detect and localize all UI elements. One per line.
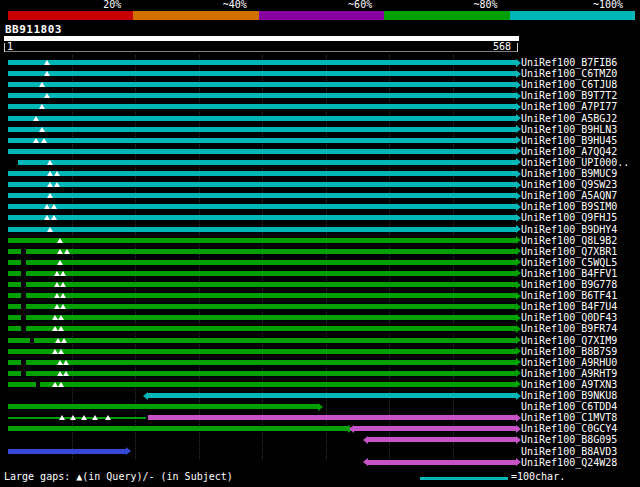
hit-label[interactable]: UniRef100_B9DHY4 (521, 224, 617, 235)
gap-marker-icon (57, 360, 63, 365)
alignment-bar[interactable] (8, 71, 516, 76)
alignment-bar[interactable] (368, 460, 516, 465)
alignment-bar[interactable] (8, 382, 36, 387)
hit-label[interactable]: UniRef100_Q0DF43 (521, 312, 617, 323)
alignment-bar[interactable] (8, 271, 21, 276)
alignment-bar[interactable] (26, 260, 516, 265)
alignment-bar[interactable] (26, 271, 516, 276)
alignment-row: UniRef100_Q0DF43 (0, 312, 640, 323)
alignment-bar[interactable] (26, 249, 516, 254)
hit-label[interactable]: UniRef100_B9HLN3 (521, 124, 617, 135)
hit-label[interactable]: UniRef100_B4F7U4 (521, 301, 617, 312)
hit-label[interactable]: UniRef100_A7QQ42 (521, 146, 617, 157)
alignment-bar[interactable] (18, 160, 516, 165)
alignment-bar[interactable] (8, 227, 516, 232)
alignment-bar[interactable] (8, 360, 21, 365)
alignment-bar[interactable] (40, 382, 516, 387)
hit-label[interactable]: UniRef100_A9RHT9 (521, 368, 617, 379)
alignment-bar[interactable] (8, 93, 516, 98)
hit-label[interactable]: UniRef100_C6TJU8 (521, 79, 617, 90)
alignment-bar[interactable] (8, 326, 21, 331)
hit-label[interactable]: UniRef100_A9TXN3 (521, 379, 617, 390)
gap-marker-icon (44, 204, 50, 209)
alignment-bar[interactable] (26, 304, 516, 309)
hit-label[interactable]: UniRef100_A9RHU0 (521, 357, 617, 368)
alignment-bar[interactable] (8, 293, 21, 298)
alignment-bar[interactable] (8, 449, 126, 454)
alignment-bar[interactable] (8, 238, 516, 243)
alignment-bar[interactable] (26, 326, 516, 331)
hit-label[interactable]: UniRef100_Q24W28 (521, 457, 617, 468)
alignment-bar[interactable] (26, 315, 516, 320)
hit-label[interactable]: UniRef100_B9MUC9 (521, 168, 617, 179)
alignment-row: UniRef100_C6TMZ0 (0, 68, 640, 79)
hit-label[interactable]: UniRef100_C5WQL5 (521, 257, 617, 268)
alignment-bar[interactable] (8, 215, 516, 220)
alignment-row: UniRef100_B8AVD3 (0, 446, 640, 457)
hit-label[interactable]: UniRef100_B8B7S9 (521, 346, 617, 357)
alignment-bar[interactable] (8, 282, 21, 287)
gap-marker-icon (70, 415, 76, 420)
hit-label[interactable]: UniRef100_B9NKU8 (521, 390, 617, 401)
alignment-bar[interactable] (148, 415, 516, 420)
hit-label[interactable]: UniRef100_Q7XIM9 (521, 335, 617, 346)
alignment-bar[interactable] (8, 60, 516, 65)
hit-label[interactable]: UniRef100_B9G778 (521, 279, 617, 290)
hit-label[interactable]: UniRef100_Q8L9B2 (521, 235, 617, 246)
alignment-bar[interactable] (8, 104, 516, 109)
hit-label[interactable]: UniRef100_B9T7T2 (521, 90, 617, 101)
alignment-bar[interactable] (8, 338, 30, 343)
alignment-bar[interactable] (354, 426, 516, 431)
gap-marker-icon (55, 338, 61, 343)
alignment-bar[interactable] (8, 260, 21, 265)
hit-label[interactable]: UniRef100_B8AVD3 (521, 446, 617, 457)
alignment-bar[interactable] (8, 204, 516, 209)
hit-label[interactable]: UniRef100_B7FIB6 (521, 57, 617, 68)
alignment-bar[interactable] (8, 182, 516, 187)
alignment-bar[interactable] (26, 293, 516, 298)
alignment-bar[interactable] (8, 349, 516, 354)
hit-label[interactable]: UniRef100_A7PI77 (521, 101, 617, 112)
alignment-bar[interactable] (8, 404, 318, 409)
alignment-bar[interactable] (8, 304, 21, 309)
hit-label[interactable]: UniRef100_B9SIM0 (521, 201, 617, 212)
alignment-bar[interactable] (8, 127, 516, 132)
hit-label[interactable]: UniRef100_C6TMZ0 (521, 68, 617, 79)
gap-marker-icon (60, 282, 66, 287)
hit-label[interactable]: UniRef100_B9HU45 (521, 135, 617, 146)
alignment-bar[interactable] (8, 315, 21, 320)
hit-label[interactable]: UniRef100_A5AQN7 (521, 190, 617, 201)
alignment-bar[interactable] (148, 393, 516, 398)
alignment-bar[interactable] (8, 193, 516, 198)
hit-label[interactable]: UniRef100_Q9SW23 (521, 179, 617, 190)
gap-marker-icon (58, 349, 64, 354)
hit-label[interactable]: UniRef100_B4FFV1 (521, 268, 617, 279)
alignment-row: UniRef100_B7FIB6 (0, 57, 640, 68)
alignment-bar[interactable] (8, 426, 348, 431)
hit-label[interactable]: UniRef100_B9FR74 (521, 323, 617, 334)
blast-overview: 20%~40%~60%~80%~100% BB911803 1 568 UniR… (0, 0, 640, 487)
hit-label[interactable]: UniRef100_C6TDD4 (521, 401, 617, 412)
hit-label[interactable]: UniRef100_UPI000.. (521, 157, 629, 168)
hit-label[interactable]: UniRef100_C1MVT8 (521, 412, 617, 423)
alignment-bar[interactable] (8, 82, 516, 87)
alignment-bar[interactable] (26, 360, 516, 365)
alignment-bar[interactable] (8, 171, 516, 176)
hit-label[interactable]: UniRef100_Q7XBR1 (521, 246, 617, 257)
alignment-bar[interactable] (34, 338, 516, 343)
alignment-bar[interactable] (368, 437, 516, 442)
alignment-bar[interactable] (8, 371, 21, 376)
hit-label[interactable]: UniRef100_C0GCY4 (521, 423, 617, 434)
hit-label[interactable]: UniRef100_Q9FHJ5 (521, 212, 617, 223)
alignment-bar[interactable] (8, 138, 516, 143)
alignment-bar[interactable] (8, 249, 21, 254)
hit-label[interactable]: UniRef100_A5BGJ2 (521, 113, 617, 124)
alignment-bar[interactable] (8, 149, 516, 154)
alignment-bar[interactable] (8, 116, 516, 121)
hit-label[interactable]: UniRef100_B8G095 (521, 434, 617, 445)
hit-label[interactable]: UniRef100_B6TF41 (521, 290, 617, 301)
alignment-bar[interactable] (26, 282, 516, 287)
alignment-bar[interactable] (26, 371, 516, 376)
alignment-bar[interactable] (8, 417, 146, 419)
gap-marker-icon (57, 249, 63, 254)
